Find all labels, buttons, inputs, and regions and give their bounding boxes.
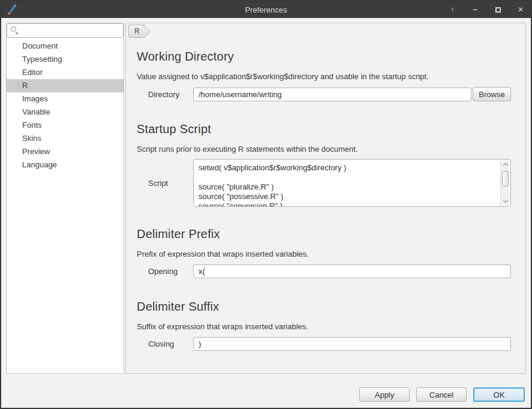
square-outline-icon [495,7,501,13]
closing-label: Closing [148,339,193,348]
search-input[interactable] [7,23,124,38]
opening-label: Opening [148,267,193,276]
category-list: Document Typesetting Editor R Images Var… [7,38,124,172]
directory-row: Directory Browse [148,87,511,101]
shade-icon[interactable]: ↑ [448,1,456,18]
startup-script-description: Script runs prior to executing R stateme… [137,145,358,154]
delimiter-suffix-heading: Delimiter Suffix [137,300,219,314]
sidebar-item-document[interactable]: Document [7,40,124,53]
breadcrumb[interactable]: R [128,25,145,38]
delimiter-suffix-description: Suffix of expression that wraps inserted… [137,322,308,331]
script-scrollbar[interactable] [500,160,510,206]
opening-input[interactable] [193,264,511,278]
content-area: Document Typesetting Editor R Images Var… [1,18,531,408]
directory-input[interactable] [193,88,471,101]
preferences-pane: Document Typesetting Editor R Images Var… [6,23,526,374]
scrollbar-thumb[interactable] [502,171,509,187]
working-directory-description: Value assigned to v$application$r$workin… [137,72,429,81]
chevron-down-icon[interactable] [503,198,507,203]
sidebar-item-editor[interactable]: Editor [7,66,124,79]
browse-button[interactable]: Browse [473,87,511,101]
closing-input[interactable] [193,337,511,351]
sidebar-item-typesetting[interactable]: Typesetting [7,53,124,66]
ok-button[interactable]: OK [473,387,525,402]
cancel-button[interactable]: Cancel [416,387,467,402]
working-directory-heading: Working Directory [137,50,234,64]
delimiter-prefix-description: Prefix of expression that wraps inserted… [137,249,309,258]
directory-label: Directory [148,90,193,99]
titlebar: Preferences ↑ − ✕ [1,1,531,18]
button-bar: Apply Cancel OK [6,374,526,408]
chevron-up-icon[interactable] [503,163,507,168]
delimiter-prefix-heading: Delimiter Prefix [137,227,220,241]
opening-row: Opening [148,264,511,278]
preferences-window: Preferences ↑ − ✕ Document Types [0,0,532,409]
search-wrap [7,23,124,38]
sidebar-item-variable[interactable]: Variable [7,106,124,119]
startup-script-heading: Startup Script [137,122,211,136]
close-icon[interactable]: ✕ [516,1,525,18]
settings-panel: R Working Directory Value assigned to v$… [125,23,526,374]
search-icon [11,26,19,34]
closing-row: Closing [148,337,511,351]
script-label: Script [148,179,193,188]
script-text[interactable]: setwd( v$application$r$working$directory… [194,160,500,206]
sidebar-item-images[interactable]: Images [7,92,124,106]
minimize-icon[interactable]: − [471,1,479,18]
sidebar-item-preview[interactable]: Preview [7,145,124,158]
sidebar-item-r[interactable]: R [7,79,124,92]
breadcrumb-label: R [134,27,140,35]
script-row: Script setwd( v$application$r$working$di… [148,159,511,207]
sidebar-item-fonts[interactable]: Fonts [7,119,124,132]
script-editor[interactable]: setwd( v$application$r$working$directory… [193,159,511,207]
category-sidebar: Document Typesetting Editor R Images Var… [6,23,124,374]
maximize-icon[interactable] [494,1,502,18]
sidebar-item-language[interactable]: Language [7,158,124,172]
window-controls: ↑ − ✕ [448,1,525,18]
apply-button[interactable]: Apply [359,387,410,402]
sidebar-item-skins[interactable]: Skins [7,132,124,145]
